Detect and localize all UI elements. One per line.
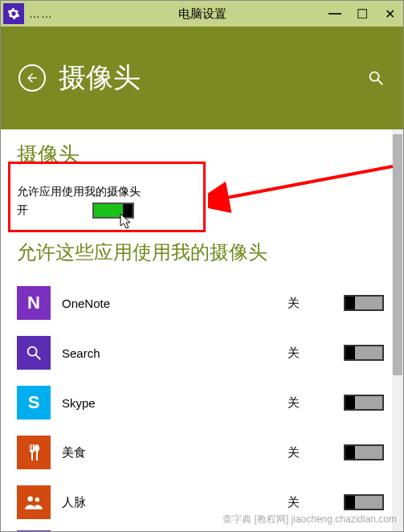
svg-point-4: [27, 496, 33, 501]
svg-line-1: [378, 80, 383, 85]
camera-master-toggle[interactable]: [92, 203, 134, 219]
app-toggle-state: 关: [288, 346, 344, 361]
search-button[interactable]: [366, 68, 386, 88]
app-name-label: OneNote: [62, 297, 288, 310]
page-header: 摄像头: [1, 27, 403, 129]
app-toggle-state: 关: [288, 495, 344, 510]
app-icon: [17, 436, 51, 469]
toggle-knob: [345, 297, 355, 309]
app-row: NOneNote关: [17, 278, 387, 328]
toggle-knob: [345, 446, 355, 459]
close-button[interactable]: ✕: [376, 1, 403, 27]
app-toggle[interactable]: [344, 444, 384, 460]
svg-line-3: [36, 355, 41, 360]
back-button[interactable]: [18, 64, 46, 92]
scrollbar[interactable]: [392, 129, 403, 531]
app-name-label: 人脉: [62, 495, 288, 510]
app-toggle[interactable]: [344, 395, 384, 411]
app-icon: N: [17, 286, 51, 320]
app-toggle[interactable]: [344, 345, 384, 361]
app-toggle[interactable]: [344, 295, 384, 311]
app-row: 人脉关: [17, 477, 387, 527]
app-name-label: Search: [62, 346, 288, 360]
section-heading-camera: 摄像头: [17, 141, 387, 169]
app-row: Search关: [17, 328, 387, 378]
svg-point-0: [370, 72, 379, 81]
section-heading-apps: 允许这些应用使用我的摄像头: [17, 239, 387, 265]
more-menu[interactable]: ……: [29, 7, 53, 20]
app-toggle-state: 关: [288, 445, 344, 460]
app-toggle-state: 关: [288, 296, 344, 311]
app-row: 日历关: [17, 527, 387, 532]
search-icon: [367, 69, 385, 87]
main-toggle-state: 开: [17, 203, 28, 218]
titlebar: …… 电脑设置 — ☐ ✕: [1, 1, 403, 27]
content-area: 摄像头 允许应用使用我的摄像头 开 允许这些应用使用我的摄像头 NOneNote…: [1, 129, 403, 532]
svg-point-2: [28, 347, 37, 356]
app-row: SSkype关: [17, 378, 387, 428]
gear-icon[interactable]: [3, 3, 24, 24]
app-row: 美食关: [17, 428, 387, 477]
page-title: 摄像头: [59, 59, 141, 96]
toggle-knob: [123, 204, 133, 217]
minimize-button[interactable]: —: [321, 1, 349, 27]
svg-point-5: [35, 497, 39, 501]
app-toggle[interactable]: [344, 494, 384, 510]
app-toggle-state: 关: [288, 395, 344, 411]
toggle-knob: [345, 496, 355, 509]
scrollbar-thumb[interactable]: [393, 134, 402, 375]
app-name-label: 美食: [62, 445, 288, 460]
toggle-knob: [345, 396, 355, 409]
arrow-left-icon: [25, 71, 39, 85]
maximize-button[interactable]: ☐: [349, 1, 376, 27]
app-icon: [17, 485, 51, 519]
permission-label: 允许应用使用我的摄像头: [17, 185, 387, 199]
app-icon: S: [17, 386, 51, 419]
app-icon: [17, 336, 51, 370]
app-name-label: Skype: [62, 396, 288, 410]
toggle-knob: [345, 346, 355, 359]
